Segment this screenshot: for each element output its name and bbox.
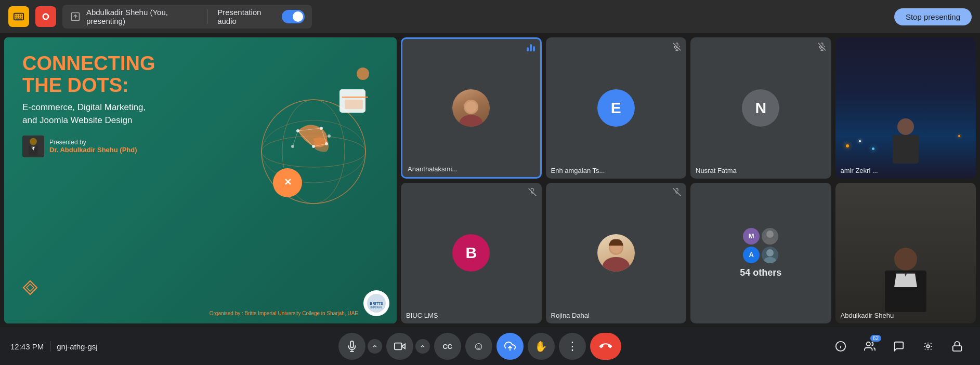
meeting-code: gnj-athg-gsj <box>57 342 97 351</box>
presenter-info: Presented by Dr. Abdulkadir Shehu (Phd) <box>22 136 378 157</box>
mute-icon-nusrat <box>818 43 826 53</box>
svg-rect-57 <box>893 135 919 164</box>
svg-point-11 <box>44 15 47 18</box>
activities-button[interactable] <box>916 334 940 359</box>
org-text: Organised by : Britts Imperial Universit… <box>210 310 358 316</box>
mic-group <box>338 333 382 360</box>
participants-badge: 62 <box>870 335 881 342</box>
mute-icon <box>673 43 681 53</box>
svg-point-67 <box>894 248 917 271</box>
emoji-button[interactable]: ☺ <box>465 333 492 360</box>
others-avatars: M A <box>743 228 778 263</box>
time-divider <box>50 341 50 352</box>
divider <box>207 9 208 24</box>
main-content: CONNECTING THE DOTS: E-commerce, Digital… <box>0 33 980 328</box>
audio-label: Presentation audio <box>217 8 277 25</box>
camera-button[interactable] <box>386 333 413 360</box>
camera-options-button[interactable] <box>415 339 430 354</box>
record-icon-btn[interactable] <box>35 6 56 27</box>
org-info: Organised by : Britts Imperial Universit… <box>210 290 389 316</box>
raise-hand-button[interactable]: ✋ <box>528 333 555 360</box>
participant-name-rojina: Rojina Dahal <box>551 312 590 319</box>
svg-point-66 <box>764 257 776 263</box>
presenter-label-text: Presented by <box>49 139 137 146</box>
participant-tile-amir[interactable]: amir Zekri ... <box>835 37 976 179</box>
meeting-info: 12:43 PM gnj-athg-gsj <box>10 341 135 352</box>
participant-name-amir: amir Zekri ... <box>841 167 878 174</box>
avatar-photo-ananthalakshmi <box>452 89 490 127</box>
participants-grid: Ananthalaksmi... E Enh amgalan Ts... <box>397 33 980 328</box>
controls: CC ☺ ✋ ⋮ <box>135 333 824 360</box>
svg-line-58 <box>528 188 536 196</box>
abdulkadir-video <box>835 183 976 324</box>
others-count: 54 others <box>740 267 781 278</box>
info-button[interactable] <box>828 334 853 359</box>
mic-options-button[interactable] <box>368 339 382 354</box>
presenter-avatar <box>22 136 44 157</box>
presenter-name-text: Dr. Abdulkadir Shehu (Phd) <box>49 146 137 154</box>
mute-icon-rojina <box>673 188 681 198</box>
slide-content: CONNECTING THE DOTS: E-commerce, Digital… <box>4 37 397 323</box>
presentation-area: CONNECTING THE DOTS: E-commerce, Digital… <box>4 37 397 323</box>
participant-name-ananthalakshmi: Ananthalaksmi... <box>408 165 458 173</box>
svg-text:BRITTS: BRITTS <box>370 302 383 305</box>
chat-button[interactable] <box>886 334 911 359</box>
participant-tile-nusrat[interactable]: N Nusrat Fatma <box>690 37 831 179</box>
avatar-circle-biuc: B <box>452 234 490 272</box>
participant-name-nusrat: Nusrat Fatma <box>696 167 737 174</box>
presenter-text-block: Presented by Dr. Abdulkadir Shehu (Phd) <box>49 139 137 154</box>
participant-tile-rojina[interactable]: Rojina Dahal <box>546 183 687 324</box>
svg-point-46 <box>465 101 477 113</box>
more-options-button[interactable]: ⋮ <box>559 333 586 360</box>
mute-icon-biuc <box>528 188 537 198</box>
slide-title-line2: THE DOTS: <box>22 75 378 97</box>
keyboard-icon-btn[interactable] <box>8 6 29 27</box>
biuc-logo: BRITTS IMPERIAL <box>363 290 389 316</box>
svg-point-63 <box>766 231 774 238</box>
svg-text:IMPERIAL: IMPERIAL <box>370 306 383 309</box>
svg-line-59 <box>673 188 681 196</box>
svg-point-64 <box>764 238 776 245</box>
svg-point-65 <box>766 249 774 256</box>
participants-button[interactable]: 62 <box>857 334 882 359</box>
speaking-indicator <box>527 44 535 51</box>
audio-toggle[interactable]: ✓ <box>282 10 305 23</box>
lock-button[interactable] <box>945 334 970 359</box>
others-content: M A 54 others <box>740 228 781 278</box>
svg-point-78 <box>926 345 930 348</box>
avatar-circle-enh: E <box>597 89 635 127</box>
amir-bg <box>835 37 976 179</box>
svg-marker-40 <box>27 284 34 291</box>
slide-subtitle: E-commerce, Digital Marketing,and Joomla… <box>22 101 378 127</box>
participant-name-enh: Enh amgalan Ts... <box>551 167 605 174</box>
end-call-button[interactable] <box>590 333 621 360</box>
svg-rect-79 <box>953 346 962 351</box>
svg-point-56 <box>897 118 914 135</box>
svg-marker-39 <box>23 281 37 294</box>
upload-icon <box>70 10 81 23</box>
svg-point-14 <box>30 138 37 145</box>
participant-tile-ananthalakshmi[interactable]: Ananthalaksmi... <box>401 37 542 179</box>
camera-group <box>386 333 430 360</box>
participant-tile-enh-amgalan[interactable]: E Enh amgalan Ts... <box>546 37 687 179</box>
right-controls: 62 <box>824 334 970 359</box>
meeting-time: 12:43 PM <box>10 342 44 351</box>
stop-presenting-button[interactable]: Stop presenting <box>894 8 972 25</box>
bottom-bar: 12:43 PM gnj-athg-gsj <box>0 328 980 365</box>
share-button[interactable] <box>496 333 524 360</box>
top-bar: Abdulkadir Shehu (You, presenting) Prese… <box>0 0 980 33</box>
avatar-circle-nusrat: N <box>742 89 779 127</box>
diamond-logo <box>22 280 38 298</box>
svg-point-45 <box>460 115 482 127</box>
participant-tile-54-others[interactable]: M A 54 others <box>690 183 831 324</box>
participant-tile-abdulkadir[interactable]: Abdulkadir Shehu <box>835 183 976 324</box>
svg-rect-72 <box>394 343 401 350</box>
participant-name-biuc: BIUC LMS <box>406 312 438 319</box>
svg-text:✕: ✕ <box>284 177 292 187</box>
mic-button[interactable] <box>338 333 365 360</box>
participant-tile-biuc[interactable]: B BIUC LMS <box>401 183 542 324</box>
captions-button[interactable]: CC <box>434 333 461 360</box>
presenting-info: Abdulkadir Shehu (You, presenting) Prese… <box>62 5 312 29</box>
presenter-label: Abdulkadir Shehu (You, presenting) <box>86 8 198 25</box>
svg-marker-71 <box>401 344 404 348</box>
